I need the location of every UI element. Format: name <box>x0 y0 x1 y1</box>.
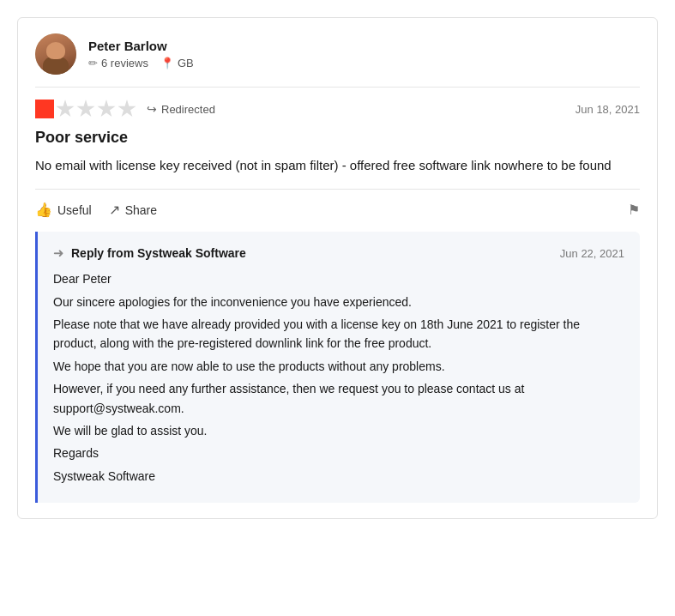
star-5 <box>118 100 136 118</box>
reply-header: ➜ Reply from Systweak Software Jun 22, 2… <box>53 245 624 261</box>
reply-line-4: We hope that you are now able to use the… <box>53 357 624 376</box>
reply-date: Jun 22, 2021 <box>560 247 624 260</box>
flag-icon[interactable]: ⚑ <box>628 202 640 218</box>
reviews-count: 6 reviews <box>101 57 148 69</box>
reviews-meta: ✏ 6 reviews <box>88 57 148 69</box>
rating-left: ↪ Redirected <box>35 100 215 118</box>
avatar <box>35 33 76 75</box>
user-header: Peter Barlow ✏ 6 reviews 📍 GB <box>35 33 640 75</box>
star-2 <box>56 100 75 118</box>
reply-from: Reply from Systweak Software <box>71 246 246 260</box>
redirected-badge: ↪ Redirected <box>147 102 215 116</box>
review-body: No email with license key received (not … <box>35 155 640 175</box>
review-date: Jun 18, 2021 <box>576 103 640 116</box>
actions-row: 👍 Useful ↗ Share ⚑ <box>35 202 640 218</box>
reply-line-3: Please note that we have already provide… <box>53 315 624 353</box>
star-1 <box>35 100 54 118</box>
thumbs-up-icon: 👍 <box>35 202 52 218</box>
share-icon: ↗ <box>109 202 120 218</box>
user-meta: ✏ 6 reviews 📍 GB <box>88 57 194 69</box>
location-icon: 📍 <box>160 57 174 69</box>
star-rating <box>35 100 136 118</box>
useful-button[interactable]: 👍 Useful <box>35 202 92 218</box>
reply-arrow-icon: ➜ <box>53 245 64 261</box>
reply-line-5: However, if you need any further assista… <box>53 379 624 418</box>
actions-left: 👍 Useful ↗ Share <box>35 202 157 218</box>
rating-row: ↪ Redirected Jun 18, 2021 <box>35 100 640 118</box>
useful-label: Useful <box>57 203 92 217</box>
reply-line-7: Regards <box>53 444 624 462</box>
user-info: Peter Barlow ✏ 6 reviews 📍 GB <box>88 39 194 69</box>
star-3 <box>76 100 95 118</box>
reply-line-2: Our sincere apologies for the inconvenie… <box>53 293 624 311</box>
reply-line-6: We will be glad to assist you. <box>53 421 624 440</box>
reply-title-left: ➜ Reply from Systweak Software <box>53 245 246 261</box>
share-button[interactable]: ↗ Share <box>109 202 157 218</box>
review-card: Peter Barlow ✏ 6 reviews 📍 GB <box>17 17 658 519</box>
reply-line-1: Dear Peter <box>53 269 624 288</box>
country-meta: 📍 GB <box>160 57 194 69</box>
divider-top <box>35 87 640 88</box>
country: GB <box>178 57 194 69</box>
user-name: Peter Barlow <box>88 39 194 53</box>
review-title: Poor service <box>35 129 640 147</box>
pencil-icon: ✏ <box>88 57 98 69</box>
reply-body: Dear Peter Our sincere apologies for the… <box>53 269 624 486</box>
reply-line-8: Systweak Software <box>53 467 624 486</box>
redirected-label: Redirected <box>161 103 215 116</box>
star-4 <box>97 100 116 118</box>
divider-mid <box>35 189 640 190</box>
reply-section: ➜ Reply from Systweak Software Jun 22, 2… <box>35 232 640 503</box>
redirect-arrow-icon: ↪ <box>147 102 157 116</box>
share-label: Share <box>125 203 157 217</box>
